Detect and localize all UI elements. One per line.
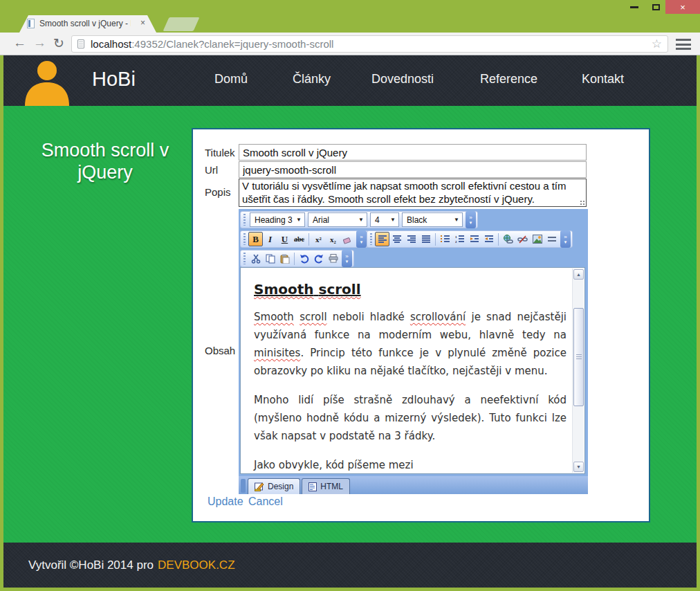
paragraph-toolbar: 12 »▼	[367, 230, 573, 248]
font-size-select[interactable]: 4▼	[370, 212, 399, 227]
font-name-select[interactable]: Arial▼	[308, 212, 367, 227]
nav-item-dovednosti[interactable]: Dovednosti	[371, 72, 434, 87]
remove-format-button[interactable]	[340, 232, 355, 246]
forward-icon[interactable]: →	[33, 35, 46, 51]
nav-item-domu[interactable]: Domů	[214, 72, 248, 87]
editor-heading: Smooth scroll	[254, 280, 567, 298]
underline-button[interactable]: U	[277, 232, 292, 246]
scroll-up-button[interactable]: ▲	[573, 269, 584, 280]
update-link[interactable]: Update	[208, 495, 243, 508]
description-textarea[interactable]: V tutoriálu si vysvětlíme jak napsat smo…	[239, 179, 587, 207]
tab-html[interactable]: HTML	[302, 478, 350, 494]
editor-content-area[interactable]: Smooth scroll Smooth scroll neboli hladk…	[240, 267, 585, 474]
tab-close-icon[interactable]: ×	[140, 18, 145, 28]
reload-icon[interactable]: ↻	[53, 35, 64, 51]
clipboard-toolbar: »▼	[240, 250, 354, 267]
indent-button[interactable]	[467, 232, 481, 246]
align-left-button[interactable]	[375, 232, 389, 246]
numbered-list-button[interactable]: 12	[452, 232, 467, 246]
devbook-link[interactable]: DEVBOOK.CZ	[158, 558, 234, 572]
eraser-icon	[343, 235, 353, 244]
paste-button[interactable]	[277, 251, 292, 266]
editor-mode-tabbar: Design HTML	[239, 476, 588, 494]
undo-button[interactable]	[297, 251, 311, 266]
title-input[interactable]	[239, 144, 587, 161]
cut-icon	[251, 254, 261, 264]
insert-image-button[interactable]	[530, 232, 544, 246]
bold-button[interactable]: B	[248, 232, 263, 246]
editor-document: Smooth scroll Smooth scroll neboli hladk…	[254, 275, 567, 474]
outdent-button[interactable]	[481, 232, 496, 246]
url-text[interactable]: localhost:49352/Clanek?clanek=jquery-smo…	[91, 38, 646, 50]
toolbar-overflow-button[interactable]: »▼	[560, 230, 571, 248]
toolbar-grip-icon[interactable]	[243, 253, 246, 264]
toolbar-grip-icon[interactable]	[243, 233, 246, 245]
scrollbar-thumb[interactable]	[573, 308, 584, 406]
rich-text-editor: Heading 3▼ Arial▼ 4▼ Black▼ »▼ B I U abc…	[239, 209, 588, 494]
url-label: Url	[205, 164, 218, 176]
paragraph: Jako obvykle, kód píšeme mezi	[254, 456, 567, 474]
paragraph: Mnoho lidí píše strašně zdlouhavý a neef…	[254, 391, 567, 445]
subscript-button[interactable]: x₂	[326, 232, 340, 246]
resize-grip-icon[interactable]	[580, 200, 585, 206]
text-style-toolbar: B I U abc x² x₂ »▼	[240, 230, 369, 248]
close-button[interactable]: ×	[665, 0, 700, 14]
page-title: Smooth scroll v jQuery	[21, 139, 190, 183]
new-tab-button[interactable]	[163, 17, 200, 31]
align-right-button[interactable]	[404, 232, 418, 246]
remove-link-icon	[517, 235, 528, 244]
cut-button[interactable]	[248, 251, 263, 266]
strikethrough-button[interactable]: abc	[292, 232, 306, 246]
toolbar-grip-icon[interactable]	[370, 233, 372, 245]
copy-button[interactable]	[263, 251, 277, 266]
design-icon	[255, 482, 264, 491]
print-button[interactable]	[326, 251, 340, 266]
url-input[interactable]	[239, 161, 587, 178]
insert-image-icon	[533, 235, 542, 244]
nav-item-reference[interactable]: Reference	[480, 72, 537, 87]
url-host: localhost	[91, 38, 131, 50]
toolbar-overflow-button[interactable]: »▼	[466, 211, 476, 228]
nav-item-kontakt[interactable]: Kontakt	[582, 72, 624, 87]
page-icon	[77, 39, 84, 48]
print-icon	[329, 254, 338, 263]
site-footer: Vytvořil ©HoBi 2014 pro DEVBOOK.CZ	[3, 543, 697, 588]
italic-button[interactable]: I	[263, 232, 277, 246]
superscript-button[interactable]: x²	[311, 232, 326, 246]
cancel-link[interactable]: Cancel	[248, 495, 283, 508]
address-bar[interactable]: localhost:49352/Clanek?clanek=jquery-smo…	[71, 35, 668, 53]
justify-button[interactable]	[418, 232, 433, 246]
remove-link-button[interactable]	[515, 232, 530, 246]
maximize-button[interactable]	[647, 0, 664, 14]
tab-design[interactable]: Design	[248, 478, 300, 494]
site-brand[interactable]: HoBi	[92, 68, 136, 91]
align-center-button[interactable]	[389, 232, 404, 246]
paragraph: Smooth scroll neboli hladké scrollování …	[254, 308, 567, 380]
minimize-button[interactable]	[626, 0, 643, 14]
html-icon	[308, 482, 317, 491]
redo-button[interactable]	[311, 251, 326, 266]
chevron-down-icon: ▼	[450, 217, 459, 223]
horizontal-rule-button[interactable]	[544, 232, 559, 246]
tabbar-grip-icon	[241, 479, 246, 493]
scrollbar[interactable]: ▲ ▼	[572, 269, 584, 473]
tab-title: Smooth scroll v jQuery - M	[39, 19, 131, 28]
user-avatar-icon	[19, 60, 75, 106]
indent-icon	[470, 235, 479, 244]
insert-link-icon	[503, 235, 513, 244]
scroll-down-button[interactable]: ▼	[573, 462, 584, 472]
toolbar-grip-icon[interactable]	[243, 214, 246, 226]
toolbar-overflow-button[interactable]: »▼	[356, 230, 367, 248]
back-icon[interactable]: ←	[13, 35, 26, 51]
bullet-list-button[interactable]	[438, 232, 452, 246]
font-color-select[interactable]: Black▼	[402, 212, 463, 227]
description-label: Popis	[205, 186, 231, 198]
menu-icon[interactable]	[676, 39, 691, 50]
nav-item-clanky[interactable]: Články	[293, 72, 331, 87]
bookmark-star-icon[interactable]: ☆	[652, 37, 662, 51]
toolbar-overflow-button[interactable]: »▼	[342, 250, 352, 267]
insert-link-button[interactable]	[501, 232, 515, 246]
numbered-list-icon: 12	[455, 235, 465, 244]
paragraph-style-select[interactable]: Heading 3▼	[250, 212, 305, 227]
chevron-down-icon: ▼	[355, 217, 364, 223]
